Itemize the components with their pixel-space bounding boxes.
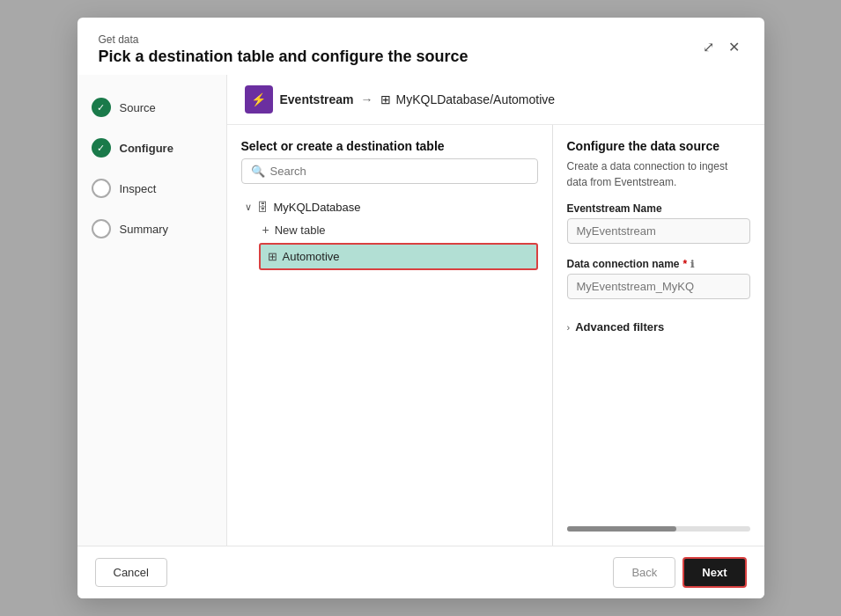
connection-name-input[interactable] (567, 274, 750, 299)
checkmark-configure (97, 143, 105, 154)
tree-db-icon: 🗄 (257, 201, 269, 214)
close-button[interactable]: ✕ (725, 37, 743, 57)
footer-left: Cancel (95, 558, 167, 587)
header-actions: ⤢ ✕ (699, 37, 743, 57)
scroll-area (567, 509, 750, 532)
eventstream-name-label: Eventstream Name (567, 202, 750, 215)
search-icon: 🔍 (251, 165, 265, 178)
step-label-configure: Configure (120, 142, 173, 155)
step-circle-inspect (92, 179, 111, 198)
connection-name-label: Data connection name * ℹ (567, 258, 750, 270)
header-text: Get data Pick a destination table and co… (99, 33, 468, 66)
table-grid-icon: ⊞ (380, 92, 391, 106)
cancel-button[interactable]: Cancel (95, 558, 167, 587)
tree-db-item: ∨ 🗄 MyKQLDatabase (241, 196, 538, 218)
advanced-chevron-icon: › (567, 322, 571, 333)
main-content: ⚡ Eventstream → ⊞ MyKQLDatabase/Automoti… (227, 75, 764, 546)
advanced-filters-label: Advanced filters (575, 320, 664, 334)
modal-small-label: Get data (99, 33, 468, 46)
modal-title: Pick a destination table and configure t… (99, 48, 468, 66)
step-circle-summary (92, 219, 111, 238)
right-panel: Configure the data source Create a data … (553, 125, 764, 546)
sidebar-step-inspect[interactable]: Inspect (77, 170, 226, 207)
step-circle-source (92, 98, 111, 117)
eventstream-name-input[interactable] (567, 218, 750, 244)
step-label-inspect: Inspect (120, 182, 157, 195)
breadcrumb-dest-path: MyKQLDatabase/Automotive (396, 92, 556, 106)
eventstream-name-field: Eventstream Name (567, 202, 750, 244)
modal-footer: Cancel Back Next (77, 546, 764, 598)
tree-db-label: MyKQLDatabase (274, 201, 361, 214)
table-name-label: Automotive (283, 250, 340, 263)
scroll-track (567, 526, 750, 532)
plus-icon: + (262, 223, 269, 237)
connection-name-field: Data connection name * ℹ (567, 258, 750, 299)
automotive-table-item[interactable]: ⊞ Automotive (259, 243, 538, 270)
modal-overlay: Get data Pick a destination table and co… (0, 0, 841, 616)
breadcrumb-arrow: → (361, 92, 373, 106)
tree-children: + New table ⊞ Automotive (259, 218, 538, 270)
sidebar-step-configure[interactable]: Configure (77, 129, 226, 166)
right-panel-subtitle: Create a data connection to ingest data … (567, 158, 750, 190)
step-label-source: Source (120, 101, 156, 114)
required-star: * (683, 258, 688, 270)
footer-right: Back Next (613, 557, 746, 588)
panels: Select or create a destination table 🔍 ∨… (227, 125, 764, 546)
sidebar-step-source[interactable]: Source (77, 89, 226, 126)
eventstream-icon: ⚡ (251, 92, 266, 106)
advanced-filters-toggle[interactable]: › Advanced filters (567, 317, 750, 337)
left-panel: Select or create a destination table 🔍 ∨… (227, 125, 553, 546)
left-panel-title: Select or create a destination table (241, 139, 538, 153)
modal-body: Source Configure Inspect Summary (77, 75, 764, 546)
modal-header: Get data Pick a destination table and co… (77, 18, 764, 75)
sidebar: Source Configure Inspect Summary (77, 75, 227, 546)
sidebar-step-summary[interactable]: Summary (77, 210, 226, 247)
breadcrumb-row: ⚡ Eventstream → ⊞ MyKQLDatabase/Automoti… (227, 75, 764, 125)
new-table-item[interactable]: + New table (259, 218, 538, 241)
back-button[interactable]: Back (613, 557, 675, 588)
search-box[interactable]: 🔍 (241, 158, 538, 184)
tree-chevron-icon[interactable]: ∨ (245, 202, 252, 213)
scroll-thumb[interactable] (567, 526, 677, 532)
breadcrumb-source: Eventstream (280, 92, 354, 106)
search-input[interactable] (270, 165, 528, 178)
breadcrumb-dest: ⊞ MyKQLDatabase/Automotive (380, 92, 556, 106)
step-circle-configure (92, 138, 111, 158)
step-label-summary: Summary (120, 223, 169, 236)
modal: Get data Pick a destination table and co… (77, 18, 764, 598)
new-table-label: New table (275, 224, 326, 237)
right-panel-title: Configure the data source (567, 139, 750, 153)
expand-button[interactable]: ⤢ (699, 37, 718, 57)
table-grid-icon: ⊞ (268, 250, 277, 263)
info-icon[interactable]: ℹ (690, 259, 694, 270)
next-button[interactable]: Next (682, 557, 746, 588)
checkmark-source (97, 102, 105, 114)
eventstream-badge: ⚡ (245, 85, 273, 114)
